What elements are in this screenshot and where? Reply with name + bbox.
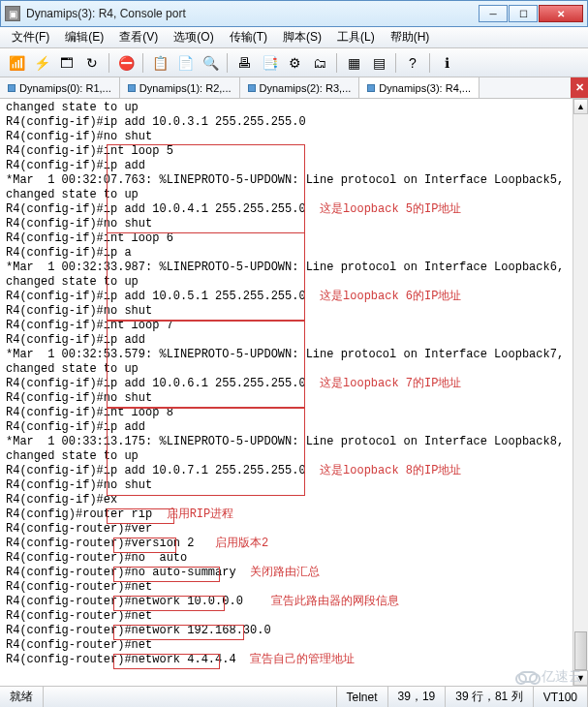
tab-icon [367,84,375,92]
toolbar-separator [429,53,430,73]
terminal-line: changed state to up [6,449,582,464]
menu-edit[interactable]: 编辑(E) [57,27,111,47]
annotation-text: 这是loopback 6的IP地址 [320,290,461,303]
terminal-line: R4(config-router)#version 2 启用版本2 [6,537,582,551]
terminal-line: R4(config-if)#ip add 10.0.6.1 255.255.25… [6,377,582,391]
terminal-line: R4(config-if)#ip add 10.0.5.1 255.255.25… [6,290,582,304]
terminal-line: R4(config-router)#net [6,609,582,624]
titlebar: ▣ Dynamips(3): R4, Console port ─ ☐ ✕ [0,0,588,27]
window-title: Dynamips(3): R4, Console port [26,7,479,20]
terminal-line: R4(config)#router rip 启用RIP进程 [6,507,582,522]
toolbar-separator [336,53,337,73]
terminal-line: R4(config-if)#no shut [6,391,582,406]
annotation-text: 启用RIP进程 [167,507,234,521]
terminal-line: R4(config-if)#int loop 8 [6,406,582,420]
terminal-output[interactable]: changed state to upR4(config-if)#ip add … [0,99,588,680]
terminal-line: R4(config-router)#net [6,580,582,595]
terminal-line: *Mar 1 00:32:33.987: %LINEPROTO-5-UPDOWN… [6,261,582,275]
help-icon[interactable]: ? [402,52,423,74]
terminal-line: R4(config-if)#int loop 7 [6,319,582,333]
tab-icon [8,84,15,92]
minimize-button[interactable]: ─ [479,5,508,22]
annotation-text: 这是loopback 7的IP地址 [320,377,461,390]
terminal-line: R4(config-if)#ip add [6,333,582,348]
tabbar: Dynamips(0): R1,... Dynamips(1): R2,... … [0,77,588,99]
annotation-text: 宣告自己的管理地址 [250,653,355,666]
annotation-text: 这是loopback 8的IP地址 [320,464,461,477]
toolbar: 📶 ⚡ 🗔 ↻ ⛔ 📋 📄 🔍 🖶 📑 ⚙ 🗂 ▦ ▤ ? ℹ [0,48,588,77]
tab-dynamips-0[interactable]: Dynamips(0): R1,... [0,77,120,98]
terminal-line: R4(config-if)#ip add [6,159,582,173]
tab-close-button[interactable]: ✕ [571,77,588,98]
options-icon[interactable]: ⚙ [284,52,305,74]
terminal-line: *Mar 1 00:33:13.175: %LINEPROTO-5-UPDOWN… [6,435,582,449]
terminal-line: R4(config-if)#int loop 5 [6,144,582,159]
about-icon[interactable]: ℹ [436,52,457,74]
terminal-line: R4(config-if)#no shut [6,130,582,144]
menu-file[interactable]: 文件(F) [4,27,57,47]
connect-icon[interactable]: 📶 [6,52,27,74]
tab-dynamips-3[interactable]: Dynamips(3): R4,... [359,77,480,98]
tab-label: Dynamips(0): R1,... [19,82,111,94]
annotation-text: 宣告此路由器的网段信息 [271,595,399,608]
annotation-text: 关闭路由汇总 [250,566,320,579]
menu-help[interactable]: 帮助(H) [383,27,438,47]
status-spacer [44,687,337,707]
annotation-text: 启用版本2 [215,537,268,550]
toolbar-separator [395,53,396,73]
tab-dynamips-2[interactable]: Dynamips(2): R3,... [240,77,360,98]
terminal-line: R4(config-router)#net [6,638,582,653]
terminal-line: R4(config-router)#network 4.4.4.4 宣告自己的管… [6,653,582,667]
tab-dynamips-1[interactable]: Dynamips(1): R2,... [120,77,240,98]
status-protocol: Telnet [337,687,388,707]
tab-label: Dynamips(3): R4,... [379,82,471,94]
session-icon[interactable]: 🗔 [56,52,77,74]
copy-icon[interactable]: 📋 [149,52,170,74]
tab-icon [128,84,136,92]
menu-transfer[interactable]: 传输(T) [222,27,275,47]
find-icon[interactable]: 🔍 [200,52,221,74]
terminal-line: R4(config-if)#no shut [6,478,582,493]
tab-label: Dynamips(1): R2,... [139,82,232,94]
scroll-up-icon[interactable]: ▲ [573,99,588,114]
menu-script[interactable]: 脚本(S) [275,27,329,47]
scroll-thumb[interactable] [574,631,587,670]
statusbar: 就绪 Telnet 39，19 39 行，81 列 VT100 [0,686,588,707]
maximize-button[interactable]: ☐ [509,5,538,22]
close-button[interactable]: ✕ [539,5,583,22]
terminal-line: R4(config-if)#ex [6,493,582,507]
tile-icon[interactable]: ▦ [343,52,364,74]
status-cursor-pos: 39，19 [388,687,447,707]
terminal-line: *Mar 1 00:32:53.579: %LINEPROTO-5-UPDOWN… [6,348,582,362]
tab-icon [248,84,256,92]
reconnect-icon[interactable]: ↻ [81,52,103,74]
session-options-icon[interactable]: 🗂 [309,52,330,74]
scroll-down-icon[interactable]: ▼ [573,670,588,686]
menu-tools[interactable]: 工具(L) [329,27,383,47]
cascade-icon[interactable]: ▤ [368,52,389,74]
menubar: 文件(F) 编辑(E) 查看(V) 选项(O) 传输(T) 脚本(S) 工具(L… [0,27,588,48]
terminal-line: changed state to up [6,101,582,115]
terminal-line: R4(config-if)#no shut [6,217,582,231]
print-icon[interactable]: 🖶 [233,52,255,74]
paste-icon[interactable]: 📄 [174,52,196,74]
terminal-line: R4(config-if)#ip add [6,420,582,435]
menu-options[interactable]: 选项(O) [166,27,221,47]
status-size: 39 行，81 列 [446,687,533,707]
annotation-text: 这是loopback 5的IP地址 [320,202,461,216]
terminal-line: R4(config-router)#network 192.168.30.0 [6,624,582,638]
vertical-scrollbar[interactable]: ▲ ▼ [573,99,588,686]
terminal-line: R4(config-router)#no auto-summary 关闭路由汇总 [6,566,582,580]
disconnect-icon[interactable]: ⛔ [115,52,137,74]
terminal-line: R4(config-router)#no auto [6,551,582,566]
terminal-line: changed state to up [6,188,582,202]
terminal-line: R4(config-if)#int loop 6 [6,231,582,246]
menu-view[interactable]: 查看(V) [111,27,166,47]
log-icon[interactable]: 📑 [259,52,280,74]
toolbar-separator [108,53,109,73]
terminal-line: changed state to up [6,275,582,290]
terminal-line: R4(config-if)#no shut [6,304,582,319]
quick-connect-icon[interactable]: ⚡ [31,52,52,74]
terminal-line: changed state to up [6,362,582,377]
tab-label: Dynamips(2): R3,... [260,82,352,94]
